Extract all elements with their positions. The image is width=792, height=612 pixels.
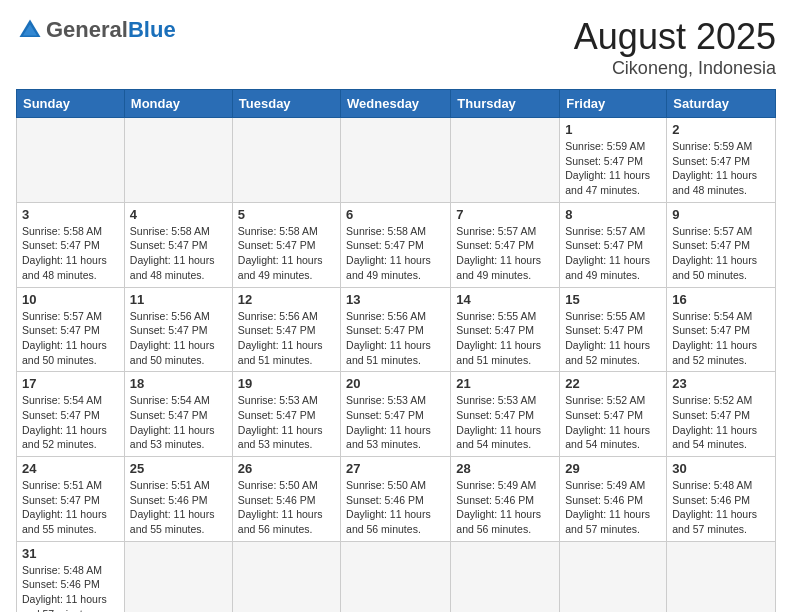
logo: General Blue [16, 16, 176, 44]
day-number: 2 [672, 122, 770, 137]
calendar-day-cell: 1Sunrise: 5:59 AM Sunset: 5:47 PM Daylig… [560, 118, 667, 203]
day-number: 23 [672, 376, 770, 391]
day-info: Sunrise: 5:53 AM Sunset: 5:47 PM Dayligh… [456, 393, 554, 452]
logo-icon [16, 16, 44, 44]
calendar-day-cell: 13Sunrise: 5:56 AM Sunset: 5:47 PM Dayli… [341, 287, 451, 372]
day-number: 28 [456, 461, 554, 476]
calendar-day-cell: 16Sunrise: 5:54 AM Sunset: 5:47 PM Dayli… [667, 287, 776, 372]
calendar-day-cell [451, 118, 560, 203]
day-number: 13 [346, 292, 445, 307]
day-number: 6 [346, 207, 445, 222]
calendar-day-cell: 3Sunrise: 5:58 AM Sunset: 5:47 PM Daylig… [17, 202, 125, 287]
logo-blue-text: Blue [128, 17, 176, 43]
calendar-day-cell [124, 118, 232, 203]
day-info: Sunrise: 5:49 AM Sunset: 5:46 PM Dayligh… [456, 478, 554, 537]
day-info: Sunrise: 5:58 AM Sunset: 5:47 PM Dayligh… [130, 224, 227, 283]
calendar-day-cell: 18Sunrise: 5:54 AM Sunset: 5:47 PM Dayli… [124, 372, 232, 457]
day-number: 30 [672, 461, 770, 476]
calendar-day-cell: 8Sunrise: 5:57 AM Sunset: 5:47 PM Daylig… [560, 202, 667, 287]
calendar-day-cell: 28Sunrise: 5:49 AM Sunset: 5:46 PM Dayli… [451, 457, 560, 542]
calendar-day-cell: 20Sunrise: 5:53 AM Sunset: 5:47 PM Dayli… [341, 372, 451, 457]
calendar-day-cell [451, 541, 560, 612]
day-number: 7 [456, 207, 554, 222]
calendar-day-cell: 21Sunrise: 5:53 AM Sunset: 5:47 PM Dayli… [451, 372, 560, 457]
calendar-day-cell: 5Sunrise: 5:58 AM Sunset: 5:47 PM Daylig… [232, 202, 340, 287]
day-number: 4 [130, 207, 227, 222]
day-info: Sunrise: 5:54 AM Sunset: 5:47 PM Dayligh… [130, 393, 227, 452]
calendar-day-cell: 27Sunrise: 5:50 AM Sunset: 5:46 PM Dayli… [341, 457, 451, 542]
day-number: 1 [565, 122, 661, 137]
day-number: 25 [130, 461, 227, 476]
calendar-week-row: 1Sunrise: 5:59 AM Sunset: 5:47 PM Daylig… [17, 118, 776, 203]
calendar-day-cell: 19Sunrise: 5:53 AM Sunset: 5:47 PM Dayli… [232, 372, 340, 457]
calendar-day-cell [232, 118, 340, 203]
day-info: Sunrise: 5:58 AM Sunset: 5:47 PM Dayligh… [238, 224, 335, 283]
day-number: 5 [238, 207, 335, 222]
day-number: 29 [565, 461, 661, 476]
calendar-day-cell: 25Sunrise: 5:51 AM Sunset: 5:46 PM Dayli… [124, 457, 232, 542]
calendar-day-header: Wednesday [341, 90, 451, 118]
calendar-day-cell: 9Sunrise: 5:57 AM Sunset: 5:47 PM Daylig… [667, 202, 776, 287]
day-info: Sunrise: 5:48 AM Sunset: 5:46 PM Dayligh… [22, 563, 119, 612]
calendar-day-header: Thursday [451, 90, 560, 118]
day-info: Sunrise: 5:52 AM Sunset: 5:47 PM Dayligh… [565, 393, 661, 452]
day-info: Sunrise: 5:57 AM Sunset: 5:47 PM Dayligh… [22, 309, 119, 368]
calendar-day-cell [560, 541, 667, 612]
calendar-day-cell [667, 541, 776, 612]
day-number: 31 [22, 546, 119, 561]
location-title: Cikoneng, Indonesia [574, 58, 776, 79]
day-number: 17 [22, 376, 119, 391]
day-number: 27 [346, 461, 445, 476]
calendar-day-cell: 6Sunrise: 5:58 AM Sunset: 5:47 PM Daylig… [341, 202, 451, 287]
day-info: Sunrise: 5:51 AM Sunset: 5:47 PM Dayligh… [22, 478, 119, 537]
calendar-day-cell: 15Sunrise: 5:55 AM Sunset: 5:47 PM Dayli… [560, 287, 667, 372]
day-number: 14 [456, 292, 554, 307]
day-number: 12 [238, 292, 335, 307]
calendar-week-row: 24Sunrise: 5:51 AM Sunset: 5:47 PM Dayli… [17, 457, 776, 542]
calendar-day-cell: 24Sunrise: 5:51 AM Sunset: 5:47 PM Dayli… [17, 457, 125, 542]
calendar-day-cell [124, 541, 232, 612]
calendar-day-cell: 31Sunrise: 5:48 AM Sunset: 5:46 PM Dayli… [17, 541, 125, 612]
calendar-day-cell: 7Sunrise: 5:57 AM Sunset: 5:47 PM Daylig… [451, 202, 560, 287]
day-info: Sunrise: 5:56 AM Sunset: 5:47 PM Dayligh… [130, 309, 227, 368]
calendar-week-row: 17Sunrise: 5:54 AM Sunset: 5:47 PM Dayli… [17, 372, 776, 457]
day-info: Sunrise: 5:59 AM Sunset: 5:47 PM Dayligh… [672, 139, 770, 198]
day-info: Sunrise: 5:54 AM Sunset: 5:47 PM Dayligh… [672, 309, 770, 368]
day-number: 16 [672, 292, 770, 307]
day-info: Sunrise: 5:58 AM Sunset: 5:47 PM Dayligh… [22, 224, 119, 283]
calendar-day-cell: 2Sunrise: 5:59 AM Sunset: 5:47 PM Daylig… [667, 118, 776, 203]
calendar-day-cell [341, 118, 451, 203]
day-info: Sunrise: 5:56 AM Sunset: 5:47 PM Dayligh… [346, 309, 445, 368]
day-info: Sunrise: 5:51 AM Sunset: 5:46 PM Dayligh… [130, 478, 227, 537]
calendar-day-cell [341, 541, 451, 612]
day-info: Sunrise: 5:49 AM Sunset: 5:46 PM Dayligh… [565, 478, 661, 537]
day-info: Sunrise: 5:53 AM Sunset: 5:47 PM Dayligh… [346, 393, 445, 452]
day-number: 11 [130, 292, 227, 307]
calendar-day-header: Friday [560, 90, 667, 118]
day-number: 18 [130, 376, 227, 391]
day-info: Sunrise: 5:56 AM Sunset: 5:47 PM Dayligh… [238, 309, 335, 368]
logo-general-text: General [46, 17, 128, 43]
page-header: General Blue August 2025 Cikoneng, Indon… [16, 16, 776, 79]
calendar-day-cell: 10Sunrise: 5:57 AM Sunset: 5:47 PM Dayli… [17, 287, 125, 372]
day-info: Sunrise: 5:59 AM Sunset: 5:47 PM Dayligh… [565, 139, 661, 198]
calendar-header-row: SundayMondayTuesdayWednesdayThursdayFrid… [17, 90, 776, 118]
calendar-day-header: Tuesday [232, 90, 340, 118]
calendar-day-cell [17, 118, 125, 203]
calendar-day-cell: 29Sunrise: 5:49 AM Sunset: 5:46 PM Dayli… [560, 457, 667, 542]
day-info: Sunrise: 5:50 AM Sunset: 5:46 PM Dayligh… [346, 478, 445, 537]
day-info: Sunrise: 5:50 AM Sunset: 5:46 PM Dayligh… [238, 478, 335, 537]
day-info: Sunrise: 5:55 AM Sunset: 5:47 PM Dayligh… [565, 309, 661, 368]
day-number: 10 [22, 292, 119, 307]
calendar-day-cell: 26Sunrise: 5:50 AM Sunset: 5:46 PM Dayli… [232, 457, 340, 542]
calendar-day-cell: 22Sunrise: 5:52 AM Sunset: 5:47 PM Dayli… [560, 372, 667, 457]
day-info: Sunrise: 5:48 AM Sunset: 5:46 PM Dayligh… [672, 478, 770, 537]
day-number: 8 [565, 207, 661, 222]
calendar-week-row: 31Sunrise: 5:48 AM Sunset: 5:46 PM Dayli… [17, 541, 776, 612]
calendar-week-row: 3Sunrise: 5:58 AM Sunset: 5:47 PM Daylig… [17, 202, 776, 287]
day-info: Sunrise: 5:58 AM Sunset: 5:47 PM Dayligh… [346, 224, 445, 283]
day-info: Sunrise: 5:57 AM Sunset: 5:47 PM Dayligh… [565, 224, 661, 283]
day-number: 9 [672, 207, 770, 222]
calendar-day-header: Sunday [17, 90, 125, 118]
day-number: 24 [22, 461, 119, 476]
